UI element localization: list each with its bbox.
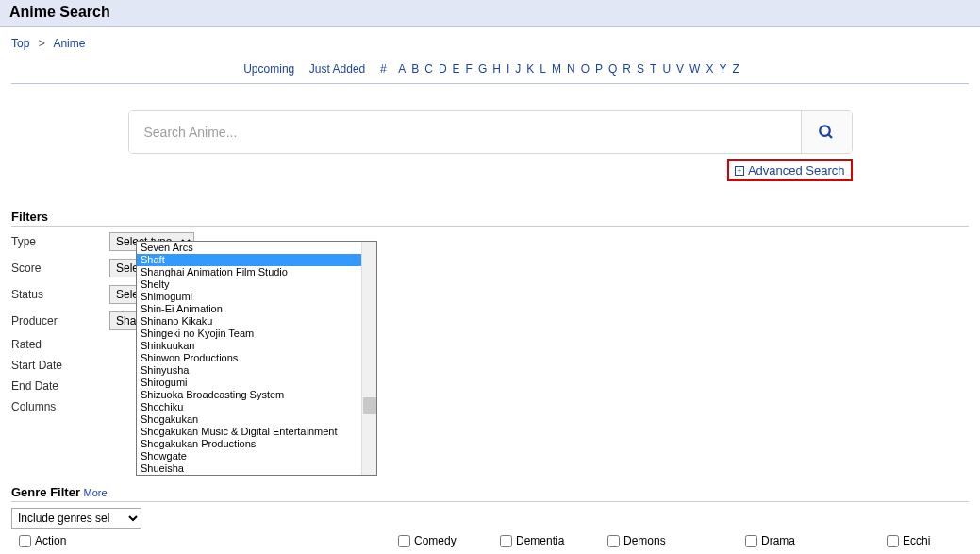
advanced-search-toggle[interactable]: + Advanced Search [727, 159, 853, 181]
scroll-up-icon[interactable] [363, 242, 376, 255]
nav-letter-h[interactable]: H [492, 62, 501, 76]
nav-letter-k[interactable]: K [526, 62, 534, 76]
producer-option[interactable]: Shimogumi [137, 291, 361, 303]
producer-option[interactable]: Shelty [137, 278, 361, 291]
producer-option[interactable]: Shingeki no Kyojin Team [137, 327, 361, 340]
nav-letter-z[interactable]: Z [732, 62, 739, 76]
breadcrumb-anime[interactable]: Anime [53, 37, 85, 50]
filters-header: Filters [11, 210, 969, 227]
nav-letter-l[interactable]: L [540, 62, 546, 76]
producer-option[interactable]: Shinyusha [137, 364, 361, 377]
nav-hash[interactable]: # [380, 62, 387, 76]
nav-letter-j[interactable]: J [515, 62, 521, 76]
search-row [0, 110, 980, 154]
genre-comedy[interactable]: Comedy [398, 534, 500, 547]
nav-letter-p[interactable]: P [595, 62, 603, 76]
nav-letter-c[interactable]: C [424, 62, 433, 76]
nav-letter-a[interactable]: A [398, 62, 406, 76]
producer-option[interactable]: Shogakukan Productions [137, 438, 361, 450]
filter-label-score: Score [11, 261, 109, 275]
producer-option[interactable]: Shizuoka Broadcasting System [137, 389, 361, 401]
alpha-nav: Upcoming Just Added # ABCDEFGHIJKLMNOPQR… [11, 56, 969, 84]
advanced-search-label: Advanced Search [748, 163, 845, 177]
filter-label-rated: Rated [11, 338, 109, 351]
nav-letter-q[interactable]: Q [608, 62, 617, 76]
nav-letter-s[interactable]: S [637, 62, 644, 76]
genre-action[interactable]: Action [11, 534, 398, 547]
genre-filter-header: Genre Filter More [11, 485, 969, 502]
nav-upcoming[interactable]: Upcoming [243, 62, 294, 76]
producer-option[interactable]: Shaft [137, 254, 361, 266]
genre-drama[interactable]: Drama [745, 534, 887, 547]
nav-letter-u[interactable]: U [662, 62, 671, 76]
svg-point-0 [820, 126, 830, 136]
producer-option[interactable]: Shanghai Animation Film Studio [137, 266, 361, 278]
filter-label-columns: Columns [11, 400, 109, 413]
nav-letter-v[interactable]: V [676, 62, 684, 76]
nav-letter-g[interactable]: G [478, 62, 487, 76]
nav-letter-i[interactable]: I [507, 62, 509, 76]
producer-option[interactable]: Shogakukan [137, 413, 361, 426]
breadcrumb: Top > Anime [0, 27, 980, 56]
nav-letter-o[interactable]: O [581, 62, 590, 76]
page-title-bar: Anime Search [0, 0, 980, 27]
producer-option[interactable]: Shirogumi [137, 377, 361, 389]
nav-letter-x[interactable]: X [706, 62, 713, 76]
nav-letters: ABCDEFGHIJKLMNOPQRSTUVWXYZ [395, 61, 742, 76]
genre-drama-checkbox[interactable] [745, 535, 757, 547]
genre-ecchi[interactable]: Ecchi [887, 534, 930, 547]
genre-ecchi-checkbox[interactable] [887, 535, 899, 547]
nav-letter-r[interactable]: R [623, 62, 631, 76]
producer-option[interactable]: Seven Arcs [137, 242, 361, 254]
producer-option[interactable]: Shinano Kikaku [137, 315, 361, 327]
producer-option[interactable]: Shogakukan Music & Digital Entertainment [137, 426, 361, 438]
genre-include-select[interactable]: Include genres sel [11, 508, 141, 529]
genre-more-link[interactable]: More [84, 487, 108, 498]
search-button[interactable] [801, 111, 852, 153]
genre-checkboxes: Action Comedy Dementia Demons Drama Ecch… [11, 534, 969, 547]
genre-demons[interactable]: Demons [607, 534, 745, 547]
nav-just-added[interactable]: Just Added [309, 62, 365, 76]
nav-letter-n[interactable]: N [567, 62, 575, 76]
advanced-search-row: + Advanced Search [128, 159, 853, 181]
genre-filter-label: Genre Filter [11, 485, 80, 499]
search-input[interactable] [129, 111, 801, 153]
breadcrumb-separator: > [39, 37, 45, 50]
filter-label-start-date: Start Date [11, 359, 109, 372]
search-wrap [128, 110, 853, 154]
plus-box-icon: + [735, 166, 744, 176]
nav-letter-y[interactable]: Y [719, 62, 726, 76]
producer-option[interactable]: Shinwon Productions [137, 352, 361, 364]
producer-option[interactable]: Shinkuukan [137, 340, 361, 352]
filter-label-status: Status [11, 288, 109, 301]
genre-demons-checkbox[interactable] [607, 535, 620, 547]
producer-option[interactable]: Shueisha [137, 462, 361, 475]
nav-letter-t[interactable]: T [650, 62, 656, 76]
nav-letter-w[interactable]: W [689, 62, 700, 76]
nav-letter-f[interactable]: F [466, 62, 473, 76]
filter-label-type: Type [11, 235, 109, 248]
nav-letter-e[interactable]: E [453, 62, 460, 76]
producer-option[interactable]: Shin-Ei Animation [137, 303, 361, 315]
nav-letter-m[interactable]: M [552, 62, 561, 76]
scroll-thumb[interactable] [363, 397, 376, 414]
genre-dementia-checkbox[interactable] [500, 535, 512, 547]
producer-dropdown: Seven ArcsShaftShanghai Animation Film S… [136, 241, 377, 476]
scroll-down-icon[interactable] [363, 462, 376, 475]
filter-label-end-date: End Date [11, 379, 109, 393]
producer-option[interactable]: Showgate [137, 450, 361, 462]
producer-scrollbar[interactable] [361, 242, 376, 475]
breadcrumb-top[interactable]: Top [11, 37, 29, 50]
filter-label-producer: Producer [11, 314, 109, 327]
nav-letter-d[interactable]: D [439, 62, 447, 76]
producer-option[interactable]: Shochiku [137, 401, 361, 413]
genre-action-checkbox[interactable] [19, 535, 31, 547]
svg-line-1 [828, 134, 832, 138]
producer-dropdown-list: Seven ArcsShaftShanghai Animation Film S… [137, 242, 361, 475]
genre-include-row: Include genres sel [11, 508, 969, 529]
genre-comedy-checkbox[interactable] [398, 535, 410, 547]
genre-dementia[interactable]: Dementia [500, 534, 607, 547]
page-title: Anime Search [9, 4, 971, 21]
nav-letter-b[interactable]: B [411, 62, 419, 76]
search-icon [818, 124, 835, 141]
